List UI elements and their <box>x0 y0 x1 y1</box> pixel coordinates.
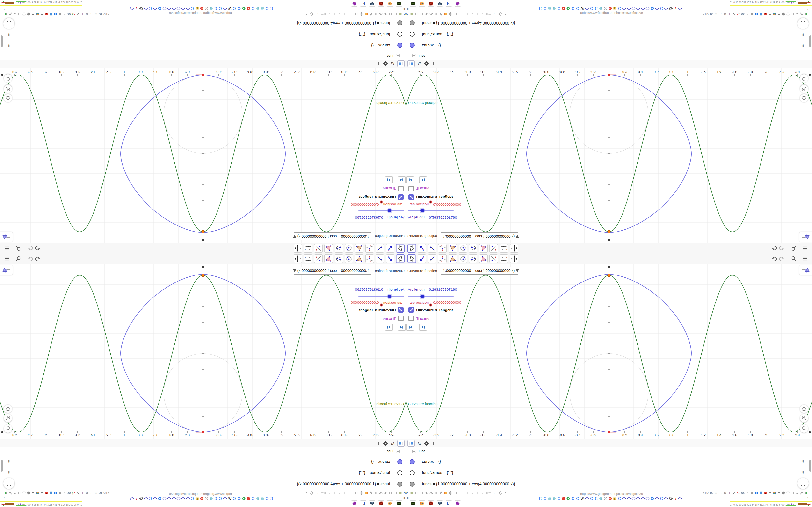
favicon-G[interactable]: G <box>659 496 664 501</box>
tool-button-polygon[interactable] <box>355 244 363 252</box>
tab-dot-icon[interactable] <box>343 491 346 495</box>
favicon-chk[interactable] <box>566 496 570 501</box>
redo-icon[interactable] <box>27 256 34 262</box>
fullscreen-button[interactable] <box>798 18 809 29</box>
pinned-app-purple-owl[interactable] <box>351 501 357 506</box>
favicon-ggb[interactable] <box>678 496 682 501</box>
visibility-marble[interactable] <box>410 459 415 464</box>
tab-dot-icon[interactable] <box>475 491 479 495</box>
tool-button-move-graphics-view[interactable] <box>294 255 302 263</box>
graphics-style-button[interactable] <box>800 265 812 275</box>
favicon-ggb[interactable] <box>631 6 636 11</box>
v-pin-icon[interactable] <box>403 491 406 495</box>
pinned-app-monitor[interactable] <box>437 501 443 506</box>
favicon-ya[interactable]: R <box>561 496 566 501</box>
globe-icon[interactable] <box>790 12 795 16</box>
pinned-app-firefox[interactable] <box>419 501 425 506</box>
tool-button-angle[interactable]: α <box>324 255 333 263</box>
favicon-G[interactable]: G <box>213 496 218 501</box>
gauge-icon[interactable] <box>429 12 433 16</box>
gear-icon[interactable] <box>58 12 62 16</box>
translate-icon[interactable]: A <box>709 12 714 16</box>
tab-dot-icon[interactable] <box>470 491 474 495</box>
favicon-ggb[interactable] <box>130 496 134 501</box>
tracing-checkbox[interactable] <box>398 186 404 191</box>
zoom-out-button[interactable] <box>4 74 12 82</box>
algebra-row[interactable]: funcs = {1.000000000000 + cos(4.00000000… <box>406 478 812 490</box>
favicon-ggb[interactable] <box>645 496 650 501</box>
tool-button-polygon[interactable] <box>449 244 457 252</box>
favicon-ggb[interactable] <box>631 496 636 501</box>
favicon-G[interactable]: G <box>557 6 561 11</box>
pinned-app-purple-owl[interactable] <box>455 1 461 6</box>
favicon-globe2[interactable] <box>255 496 260 501</box>
globe-icon[interactable] <box>790 491 795 495</box>
tool-button-polygon[interactable] <box>355 255 363 263</box>
red-circle-icon[interactable] <box>763 12 767 16</box>
down-shield-icon[interactable] <box>49 12 53 16</box>
tool-button-angle[interactable]: α <box>479 255 488 263</box>
search-icon[interactable] <box>790 245 797 251</box>
olive-dot-icon[interactable] <box>409 12 414 16</box>
globe-icon[interactable] <box>419 12 424 16</box>
tool-button-reflect-about-line[interactable] <box>489 244 498 252</box>
reload-icon[interactable]: ↻ <box>85 491 89 495</box>
tab-dot-icon[interactable] <box>338 12 342 16</box>
pinned-app-firefox[interactable] <box>387 1 393 6</box>
favicon-ggb[interactable] <box>223 6 227 11</box>
shield-icon[interactable] <box>785 12 790 16</box>
favicon-ggb[interactable] <box>585 496 589 501</box>
list-group-row[interactable]: – List <box>406 51 812 60</box>
star-icon[interactable]: ☆ <box>94 491 98 495</box>
favicon-G[interactable]: G <box>538 6 543 11</box>
tree-view-icon[interactable] <box>397 440 405 447</box>
tool-button-ellipse[interactable] <box>469 255 477 263</box>
red-circle-icon[interactable] <box>763 491 767 495</box>
gauge-icon[interactable] <box>379 491 383 495</box>
v-pin-icon[interactable] <box>406 12 409 16</box>
visibility-marble[interactable] <box>397 32 402 37</box>
download-icon[interactable]: ↓ <box>81 12 85 16</box>
tool-button-move[interactable] <box>396 255 405 263</box>
favicon-chk[interactable] <box>242 6 246 11</box>
thumb-icon[interactable] <box>13 491 17 495</box>
pinned-app-purple-owl[interactable] <box>455 501 461 506</box>
fx-icon[interactable]: ƒx <box>416 60 422 67</box>
function-input[interactable]: 1.000000000000 + cos(4.000000000000 x) <box>294 267 371 275</box>
pencil-icon[interactable] <box>76 491 80 495</box>
plot-canvas[interactable]: -2.4-2.2-2-1.8-1.6-1.4-1.2-1-0.8-0.6-0.4… <box>0 68 406 243</box>
gear-icon[interactable] <box>423 440 430 447</box>
redo-icon[interactable] <box>27 245 34 251</box>
dna-icon[interactable] <box>71 491 75 495</box>
dropdown-arrow-icon[interactable] <box>293 270 297 272</box>
green-dot-icon[interactable] <box>4 12 7 16</box>
algebra-row[interactable]: curves = {} ••• <box>0 456 406 467</box>
favicon-fred[interactable]: f <box>134 6 139 11</box>
tool-button-point[interactable]: A <box>418 244 426 252</box>
tab-dot-icon[interactable] <box>328 12 332 16</box>
pinned-app-floppy64[interactable]: 64 <box>446 501 452 506</box>
plus-circle-icon[interactable] <box>754 491 759 495</box>
favicon-ggb[interactable] <box>153 6 158 11</box>
dropdown-arrow-icon[interactable] <box>516 235 519 237</box>
favicon-globe2[interactable] <box>599 496 603 501</box>
pinned-app-floppy64[interactable]: 64 <box>360 501 366 506</box>
redo-icon[interactable] <box>778 245 785 251</box>
favicon-globe2[interactable] <box>547 6 552 11</box>
algebra-scrollbar[interactable] <box>1 36 3 47</box>
favicon-ggb[interactable] <box>181 496 185 501</box>
chevron-up-icon[interactable]: ^ <box>4 7 5 11</box>
arc-position-slider-knob[interactable] <box>429 201 432 203</box>
tool-button-reflect-about-line[interactable] <box>314 244 323 252</box>
tool-button-slider[interactable]: a = 2 <box>500 255 508 263</box>
undo-icon[interactable] <box>34 256 41 262</box>
tab-dot-icon[interactable] <box>475 12 479 16</box>
favicon-ggb[interactable] <box>627 496 631 501</box>
visibility-marble[interactable] <box>410 43 415 48</box>
folder-icon[interactable] <box>487 491 492 495</box>
tree-view-icon[interactable] <box>407 60 415 67</box>
graphics-view[interactable]: -2.4-2.2-2-1.8-1.6-1.4-1.2-1-0.8-0.6-0.4… <box>406 264 812 439</box>
mouse-icon[interactable] <box>62 12 67 16</box>
arrow-right-icon[interactable]: → <box>718 491 723 495</box>
list-group-row[interactable]: – List <box>0 447 406 456</box>
